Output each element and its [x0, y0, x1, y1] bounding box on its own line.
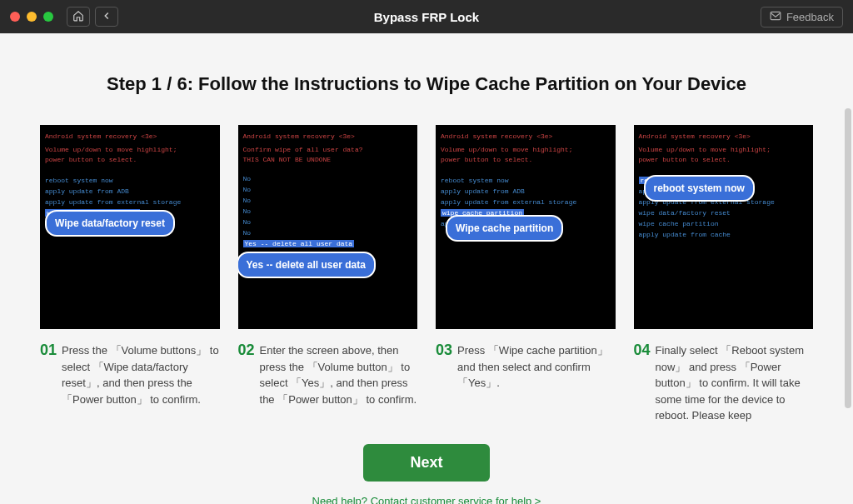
- window-title: Bypass FRP Lock: [374, 10, 479, 24]
- home-button[interactable]: [67, 7, 90, 27]
- step-2-desc: Enter the screen above, then press the 「…: [260, 342, 417, 407]
- step-4-desc: Finally select 「Reboot system now」 and p…: [656, 342, 813, 424]
- step-1-num: 01: [40, 342, 57, 407]
- step-3-num: 03: [436, 342, 452, 392]
- callout-reboot: reboot system now: [644, 175, 755, 202]
- step-2-num: 02: [238, 342, 255, 407]
- phone-screenshot-3: Android system recovery <3e> Volume up/d…: [436, 125, 616, 329]
- phone-screenshot-1: Android system recovery <3e> Volume up/d…: [40, 125, 220, 329]
- back-button[interactable]: [95, 7, 118, 27]
- chevron-left-icon: [101, 10, 112, 24]
- minimize-window-button[interactable]: [27, 12, 37, 22]
- next-button[interactable]: Next: [363, 444, 489, 482]
- step-3-desc: Press 「Wipe cache partition」 and then se…: [457, 342, 615, 392]
- mail-icon: [770, 11, 781, 23]
- step-3: Android system recovery <3e> Volume up/d…: [436, 125, 616, 424]
- maximize-window-button[interactable]: [43, 12, 53, 22]
- home-icon: [72, 10, 84, 24]
- feedback-label: Feedback: [786, 11, 834, 23]
- callout-wipe-cache: Wipe cache partition: [446, 215, 563, 242]
- phone-screenshot-2: Android system recovery <3e> Confirm wip…: [238, 125, 418, 329]
- step-4: Android system recovery <3e> Volume up/d…: [634, 125, 814, 424]
- titlebar: Bypass FRP Lock Feedback: [0, 0, 853, 33]
- close-window-button[interactable]: [10, 12, 20, 22]
- step-1: Android system recovery <3e> Volume up/d…: [40, 125, 220, 424]
- svg-rect-0: [771, 12, 781, 19]
- page-heading: Step 1 / 6: Follow the Instructions to W…: [40, 73, 813, 95]
- main-content: Step 1 / 6: Follow the Instructions to W…: [0, 33, 853, 504]
- step-2-text: 02 Enter the screen above, then press th…: [238, 342, 418, 407]
- nav-buttons: [67, 7, 118, 27]
- callout-wipe-data: Wipe data/factory reset: [45, 210, 175, 237]
- window-controls: [10, 12, 53, 22]
- step-1-text: 01 Press the 「Volume buttons」 to select …: [40, 342, 220, 407]
- scrollbar[interactable]: [845, 108, 851, 408]
- step-4-num: 04: [634, 342, 651, 424]
- steps-row: Android system recovery <3e> Volume up/d…: [40, 125, 813, 424]
- phone-screenshot-4: Android system recovery <3e> Volume up/d…: [634, 125, 814, 329]
- step-3-text: 03 Press 「Wipe cache partition」 and then…: [436, 342, 616, 392]
- callout-yes-delete: Yes -- delete all user data: [238, 252, 376, 278]
- feedback-button[interactable]: Feedback: [761, 7, 843, 27]
- step-1-desc: Press the 「Volume buttons」 to select 「Wi…: [62, 342, 219, 407]
- step-4-text: 04 Finally select 「Reboot system now」 an…: [634, 342, 814, 424]
- step-2: Android system recovery <3e> Confirm wip…: [238, 125, 418, 424]
- footer: Next Need help? Contact customer service…: [40, 444, 813, 505]
- help-link[interactable]: Need help? Contact customer service for …: [312, 495, 541, 505]
